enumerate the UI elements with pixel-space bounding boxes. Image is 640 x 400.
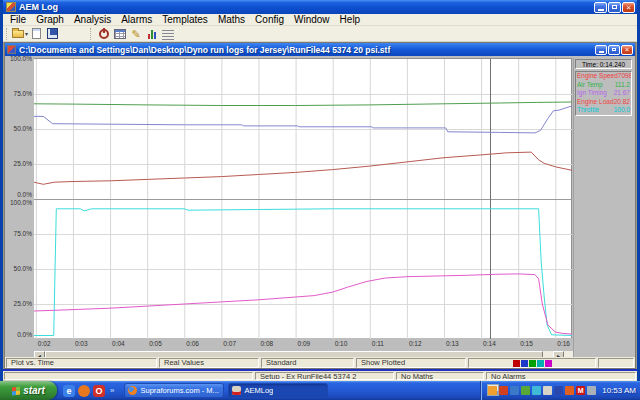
- start-button[interactable]: start: [0, 381, 57, 400]
- color-chip[interactable]: [545, 360, 552, 367]
- log-chart: [34, 59, 572, 339]
- mdi-area: C:\Documents and Settings\Dan\Desktop\Dy…: [3, 42, 637, 371]
- horizontal-scrollbar[interactable]: ◂ ▸: [34, 351, 576, 357]
- save-icon: [47, 28, 58, 39]
- x-tick-label: 0:02: [38, 340, 51, 347]
- bar-chart-icon: [148, 28, 156, 39]
- legend-value: 20.82: [614, 98, 630, 107]
- legend-name: Throttle: [577, 106, 599, 115]
- close-button[interactable]: ×: [622, 2, 635, 13]
- menu-alarms[interactable]: Alarms: [116, 14, 157, 26]
- color-chip[interactable]: [513, 360, 520, 367]
- aem-icon: [232, 386, 241, 395]
- status-maths: No Maths: [396, 372, 484, 380]
- restore-button[interactable]: [608, 2, 621, 13]
- wireless-icon[interactable]: [587, 386, 596, 395]
- document-status-bar: Plot vs. Time Real Values Standard Show …: [5, 357, 635, 368]
- toolbar-grip: [6, 28, 9, 40]
- power-button[interactable]: [96, 27, 112, 41]
- menu-graph[interactable]: Graph: [31, 14, 69, 26]
- legend-row: Air Temp111.2: [576, 81, 631, 90]
- legend-row: Engine Speed7098: [576, 72, 631, 81]
- firewall-icon[interactable]: [565, 386, 574, 395]
- messenger-icon[interactable]: [488, 386, 497, 395]
- scroll-right-arrow[interactable]: ▸: [553, 351, 564, 357]
- x-axis: 0:020:030:040:050:060:070:080:090:100:11…: [5, 338, 575, 350]
- color-chip[interactable]: [537, 360, 544, 367]
- x-tick-label: 0:08: [260, 340, 273, 347]
- legend-name: Ign Timing: [577, 89, 607, 98]
- y-tick-label: 0.0%: [17, 331, 32, 338]
- display-icon[interactable]: [510, 386, 519, 395]
- status-empty: [4, 372, 253, 380]
- edit-button[interactable]: ✎: [128, 27, 144, 41]
- menu-templates[interactable]: Templates: [157, 14, 213, 26]
- menu-file[interactable]: File: [5, 14, 31, 26]
- color-chip[interactable]: [521, 360, 528, 367]
- bottom-throttle-line: [34, 209, 572, 336]
- menu-help[interactable]: Help: [335, 14, 366, 26]
- x-tick-label: 0:05: [149, 340, 162, 347]
- menu-config[interactable]: Config: [250, 14, 289, 26]
- new-document-button[interactable]: [28, 27, 44, 41]
- quick-launch: eO»: [57, 385, 120, 397]
- task-label: Supraforums.com - M...: [140, 386, 218, 395]
- aemlog-window: AEM Log × FileGraphAnalysisAlarmsTemplat…: [0, 0, 640, 381]
- status-values-mode: Real Values: [159, 358, 259, 368]
- network-icon[interactable]: [532, 386, 541, 395]
- y-tick-label: 50.0%: [14, 125, 32, 132]
- document-titlebar[interactable]: C:\Documents and Settings\Dan\Desktop\Dy…: [5, 43, 635, 56]
- pencil-icon: ✎: [131, 29, 140, 39]
- doc-minimize-button[interactable]: [595, 45, 607, 55]
- chart-button[interactable]: [144, 27, 160, 41]
- menu-window[interactable]: Window: [289, 14, 335, 26]
- app-titlebar[interactable]: AEM Log ×: [3, 0, 637, 14]
- update-icon[interactable]: [499, 386, 508, 395]
- save-button[interactable]: [44, 27, 60, 41]
- data-table-button[interactable]: [112, 27, 128, 41]
- task-label: AEMLog: [244, 386, 273, 395]
- scrollbar-thumb[interactable]: [45, 351, 543, 357]
- nvidia-icon[interactable]: [521, 386, 530, 395]
- scroll-left-arrow[interactable]: ◂: [34, 351, 45, 357]
- antivirus-icon[interactable]: [554, 386, 563, 395]
- list-icon: [162, 30, 174, 40]
- toolbar: ▾ ✎: [3, 26, 637, 42]
- list-button[interactable]: [160, 27, 176, 41]
- menu-analysis[interactable]: Analysis: [69, 14, 116, 26]
- open-button[interactable]: ▾: [12, 27, 28, 41]
- toolbar-grip: [90, 28, 93, 40]
- quick-launch-ie[interactable]: e: [63, 385, 75, 397]
- x-tick-label: 0:13: [446, 340, 459, 347]
- task-button-aem[interactable]: AEMLog: [228, 383, 328, 398]
- app-status-bar: Setup - Ex RunFile44 5374 2 No Maths No …: [3, 371, 637, 381]
- doc-close-button[interactable]: ×: [621, 45, 633, 55]
- x-tick-label: 0:15: [520, 340, 533, 347]
- x-tick-label: 0:09: [298, 340, 311, 347]
- y-tick-label: 50.0%: [14, 265, 32, 272]
- x-tick-label: 0:12: [409, 340, 422, 347]
- firefox-icon: [128, 386, 137, 395]
- volume-icon[interactable]: [543, 386, 552, 395]
- legend-value: 111.2: [615, 81, 630, 90]
- quick-launch-firefox[interactable]: [78, 385, 90, 397]
- menu-maths[interactable]: Maths: [213, 14, 250, 26]
- mcafee-icon[interactable]: M: [576, 386, 585, 395]
- quick-launch-opera[interactable]: O: [93, 385, 105, 397]
- minimize-button[interactable]: [594, 2, 607, 13]
- quick-launch-overflow[interactable]: »: [108, 386, 116, 395]
- color-chip[interactable]: [529, 360, 536, 367]
- tray-icons: M: [488, 386, 596, 395]
- doc-restore-button[interactable]: [608, 45, 620, 55]
- task-button-firefox[interactable]: Supraforums.com - M...: [124, 383, 224, 398]
- x-tick-label: 0:06: [186, 340, 199, 347]
- y-tick-label: 100.0%: [10, 56, 32, 62]
- plot-canvas[interactable]: [34, 58, 572, 338]
- legend-value: 7098: [618, 72, 631, 81]
- taskbar: start eO» Supraforums.com - M...AEMLog M…: [0, 381, 640, 400]
- status-alarms: No Alarms: [486, 372, 636, 380]
- document-title: C:\Documents and Settings\Dan\Desktop\Dy…: [19, 45, 595, 55]
- menu-bar: FileGraphAnalysisAlarmsTemplatesMathsCon…: [3, 14, 637, 26]
- top-air-temp-line: [34, 102, 572, 106]
- legend-panel: Time: 0:14.240 Engine Speed7098Air Temp1…: [573, 58, 633, 357]
